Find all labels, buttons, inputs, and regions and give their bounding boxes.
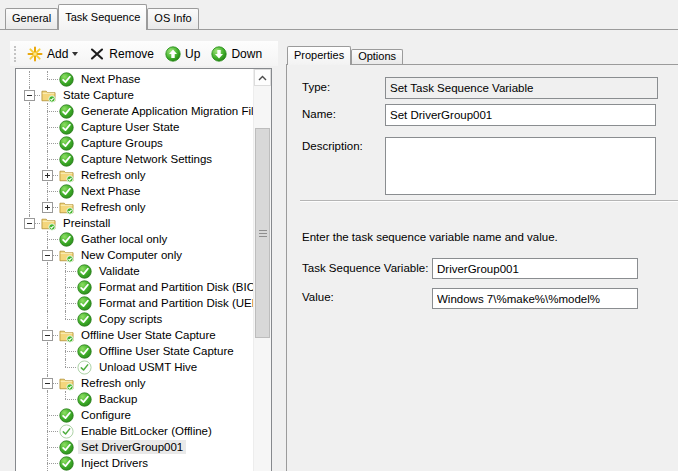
tree-item-label: Next Phase xyxy=(78,72,143,86)
scroll-thumb-grip-icon xyxy=(259,230,267,237)
tree-guide-line xyxy=(29,119,30,135)
tree-connector-line xyxy=(47,431,58,432)
expander-minus-icon[interactable] xyxy=(24,90,35,101)
value-field[interactable] xyxy=(432,288,638,309)
tree-item[interactable]: Capture Groups xyxy=(16,135,254,151)
group-folder-icon xyxy=(59,328,74,343)
tree-item[interactable]: State Capture xyxy=(16,87,254,103)
toolbar-button-label: Remove xyxy=(109,47,154,61)
step-enabled-check-icon xyxy=(77,280,92,295)
properties-tab-page: Type: Name: Description: Enter the task … xyxy=(286,64,678,471)
tree-item[interactable]: Offline User State Capture xyxy=(16,327,254,343)
tree-guide-line xyxy=(29,199,30,215)
tree-guide-line xyxy=(65,391,66,399)
name-field[interactable] xyxy=(385,104,656,126)
tree-item-label: Preinstall xyxy=(60,216,113,230)
tree-guide-line xyxy=(47,71,48,79)
tree-connector-line xyxy=(47,463,58,464)
group-folder-icon xyxy=(59,200,74,215)
tree-item[interactable]: Inject Drivers xyxy=(16,455,254,471)
tree-item[interactable]: Generate Application Migration File xyxy=(16,103,254,119)
tree-item[interactable]: Gather local only xyxy=(16,231,254,247)
step-enabled-check-icon xyxy=(59,72,74,87)
expander-minus-icon[interactable] xyxy=(42,250,53,261)
tree-item[interactable]: Validate xyxy=(16,263,254,279)
step-enabled-check-icon xyxy=(59,152,74,167)
tree-guide-line xyxy=(65,359,66,367)
tree-guide-line xyxy=(47,343,48,359)
tree-connector-line xyxy=(65,303,76,304)
expander-minus-icon[interactable] xyxy=(42,330,53,341)
step-enabled-check-icon xyxy=(59,456,74,471)
expander-plus-icon[interactable] xyxy=(42,170,53,181)
tree-item[interactable]: Backup xyxy=(16,391,254,407)
tree-item[interactable]: Configure xyxy=(16,407,254,423)
tree-item[interactable]: Format and Partition Disk (BIOS) xyxy=(16,279,254,295)
tree-item-label: Validate xyxy=(96,264,143,278)
tree-item-label: Offline User State Capture xyxy=(96,344,237,358)
tree-item[interactable]: Set DriverGroup001 xyxy=(16,439,254,455)
tree-scrollbar[interactable] xyxy=(253,69,271,471)
tree-item[interactable]: Capture User State xyxy=(16,119,254,135)
add-button[interactable]: Add xyxy=(23,44,82,64)
tab-properties[interactable]: Properties xyxy=(287,46,351,65)
tree-connector-line xyxy=(53,255,58,256)
tab-os-info[interactable]: OS Info xyxy=(147,8,198,29)
tree-item[interactable]: Refresh only xyxy=(16,375,254,391)
name-label: Name: xyxy=(302,108,336,120)
tree-item[interactable]: Preinstall xyxy=(16,215,254,231)
tree-item[interactable]: Next Phase xyxy=(16,71,254,87)
variable-field[interactable] xyxy=(432,258,638,279)
tab-general[interactable]: General xyxy=(5,8,58,29)
step-disabled-check-icon xyxy=(77,360,92,375)
tree-guide-line xyxy=(65,311,66,319)
tree-item[interactable]: Refresh only xyxy=(16,167,254,183)
tree-connector-line xyxy=(47,79,58,80)
tree-item[interactable]: Next Phase xyxy=(16,183,254,199)
tree-item[interactable]: Copy scripts xyxy=(16,311,254,327)
tree-item-label: Next Phase xyxy=(78,184,143,198)
tree-item-label: Enable BitLocker (Offline) xyxy=(78,424,215,438)
tree-item-label: Generate Application Migration File xyxy=(78,104,254,118)
tree-item-label: Configure xyxy=(78,408,134,422)
step-enabled-check-icon xyxy=(59,184,74,199)
task-sequence-tree[interactable]: Next PhaseState CaptureGenerate Applicat… xyxy=(15,68,272,471)
scroll-up-button[interactable] xyxy=(254,69,271,86)
tree-item[interactable]: Unload USMT Hive xyxy=(16,359,254,375)
group-folder-icon xyxy=(41,88,56,103)
tab-options[interactable]: Options xyxy=(351,49,403,64)
tree-connector-line xyxy=(47,239,58,240)
tree-item[interactable]: Capture Network Settings xyxy=(16,151,254,167)
toolbar-grip-icon xyxy=(14,46,19,62)
tree-item[interactable]: Format and Partition Disk (UEFI) xyxy=(16,295,254,311)
tree-guide-line xyxy=(47,279,48,295)
tree-connector-line xyxy=(65,399,76,400)
add-dropdown-caret-icon[interactable] xyxy=(72,52,78,59)
tree-item[interactable]: Refresh only xyxy=(16,199,254,215)
tree-connector-line xyxy=(65,287,76,288)
tree-item-label: Set DriverGroup001 xyxy=(78,440,186,454)
scroll-thumb[interactable] xyxy=(255,128,270,338)
tree-connector-line xyxy=(35,95,40,96)
step-enabled-check-icon xyxy=(59,232,74,247)
tree-item[interactable]: New Computer only xyxy=(16,247,254,263)
remove-button[interactable]: Remove xyxy=(85,44,158,64)
expander-minus-icon[interactable] xyxy=(42,378,53,389)
step-enabled-check-icon xyxy=(77,296,92,311)
group-folder-icon xyxy=(59,248,74,263)
expander-minus-icon[interactable] xyxy=(24,218,35,229)
tree-connector-line xyxy=(47,191,58,192)
tab-task-sequence[interactable]: Task Sequence xyxy=(58,4,147,30)
tree-item[interactable]: Offline User State Capture xyxy=(16,343,254,359)
description-field[interactable] xyxy=(385,137,656,195)
step-enabled-check-icon xyxy=(59,104,74,119)
panel-tab-strip: PropertiesOptions xyxy=(287,46,403,65)
description-label: Description: xyxy=(302,140,363,152)
tree-guide-line xyxy=(47,311,48,327)
tree-item[interactable]: Enable BitLocker (Offline) xyxy=(16,423,254,439)
expander-plus-icon[interactable] xyxy=(42,202,53,213)
up-button[interactable]: Up xyxy=(161,44,204,64)
step-enabled-check-icon xyxy=(77,264,92,279)
down-button[interactable]: Down xyxy=(207,44,266,64)
tree-item-label: New Computer only xyxy=(78,248,185,262)
